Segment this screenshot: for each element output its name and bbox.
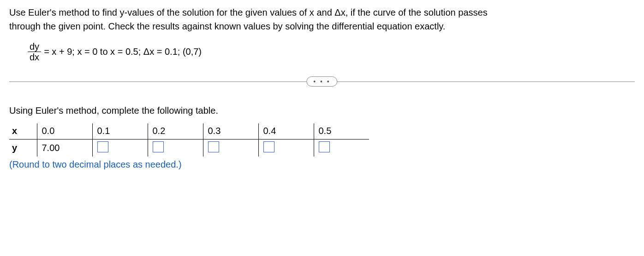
y-input-3[interactable] — [208, 141, 219, 152]
x-value-1: 0.1 — [92, 123, 148, 139]
y-cell-3 — [203, 139, 258, 157]
y-input-4[interactable] — [263, 141, 274, 152]
y-input-1[interactable] — [97, 141, 108, 152]
x-label: x — [9, 123, 37, 139]
problem-statement: Use Euler's method to find y-values of t… — [9, 6, 635, 33]
equation: dy dx = x + 9; x = 0 to x = 0.5; Δx = 0.… — [28, 41, 635, 62]
fraction-denominator: dx — [28, 52, 41, 62]
section-divider: • • • — [9, 76, 635, 87]
y-value-0: 7.00 — [37, 139, 92, 157]
x-value-5: 0.5 — [314, 123, 369, 139]
x-value-0: 0.0 — [37, 123, 92, 139]
y-cell-4 — [258, 139, 314, 157]
y-cell-2 — [148, 139, 203, 157]
rounding-note: (Round to two decimal places as needed.) — [9, 159, 635, 170]
x-value-2: 0.2 — [148, 123, 203, 139]
problem-line-2: through the given point. Check the resul… — [9, 21, 445, 31]
fraction-dy-dx: dy dx — [28, 41, 41, 62]
dots-icon: • • • — [313, 78, 330, 85]
y-label: y — [9, 139, 37, 157]
x-value-4: 0.4 — [258, 123, 314, 139]
table-row-x: x 0.0 0.1 0.2 0.3 0.4 0.5 — [9, 123, 369, 139]
euler-table: x 0.0 0.1 0.2 0.3 0.4 0.5 y 7.00 — [9, 123, 369, 157]
problem-line-1: Use Euler's method to find y-values of t… — [9, 7, 488, 17]
y-input-5[interactable] — [319, 141, 330, 152]
equation-rest: = x + 9; x = 0 to x = 0.5; Δx = 0.1; (0,… — [44, 47, 202, 57]
y-cell-5 — [314, 139, 369, 157]
table-instruction: Using Euler's method, complete the follo… — [9, 105, 635, 116]
y-input-2[interactable] — [153, 141, 164, 152]
y-cell-1 — [92, 139, 148, 157]
table-row-y: y 7.00 — [9, 139, 369, 157]
expand-dots-button[interactable]: • • • — [306, 76, 337, 87]
fraction-numerator: dy — [28, 41, 41, 52]
x-value-3: 0.3 — [203, 123, 258, 139]
